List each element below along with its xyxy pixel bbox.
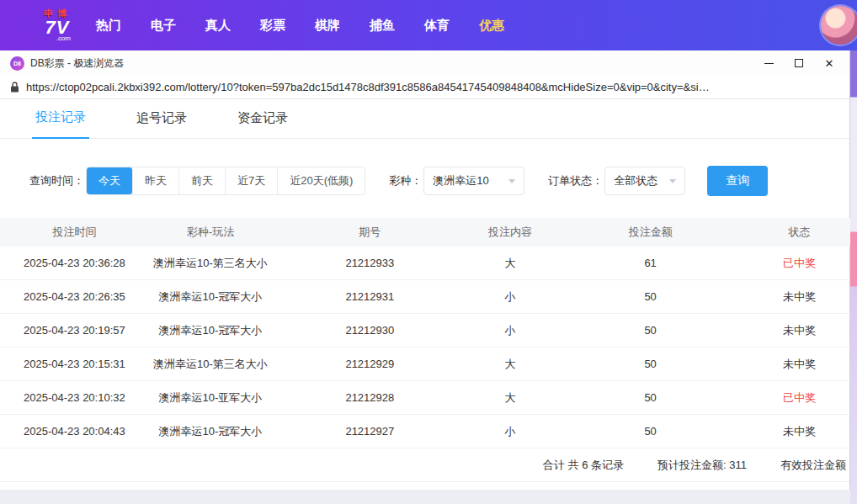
status-cell: 未中奖	[748, 289, 850, 305]
status-cell: 已中奖	[748, 390, 850, 406]
lottery-select[interactable]: 澳洲幸运10	[423, 167, 524, 195]
header-issue: 期号	[272, 225, 467, 240]
summary-bar: 合计 共 6 条记录 预计投注金额: 311 有效投注金额	[0, 448, 849, 482]
play-type-cell: 澳洲幸运10-第三名大小	[149, 256, 272, 271]
nav-item-live[interactable]: 真人	[204, 13, 232, 39]
tab-bet-records[interactable]: 投注记录	[32, 109, 89, 139]
nav-item-promo[interactable]: 优惠	[477, 13, 506, 39]
table-row: 2025-04-23 20:19:57 澳洲幸运10-冠军大小 21212930…	[0, 314, 850, 347]
issue-cell: 21212931	[272, 290, 467, 303]
bottom-strip	[0, 490, 850, 504]
status-cell: 已中奖	[748, 256, 850, 271]
time-filter-group: 今天 昨天 前天 近7天 近20天(低频)	[86, 167, 365, 195]
content-cell: 小	[467, 424, 552, 439]
nav-item-cards[interactable]: 棋牌	[313, 13, 342, 39]
bet-time-cell: 2025-04-23 20:26:35	[0, 290, 149, 303]
issue-cell: 21212933	[272, 257, 467, 269]
background-page-sliver	[850, 50, 857, 504]
header-bet-time: 投注时间	[0, 225, 149, 240]
minimize-icon	[764, 63, 774, 64]
table-row: 2025-04-23 20:36:28 澳洲幸运10-第三名大小 2121293…	[0, 247, 850, 280]
summary-expected-amount: 预计投注金额: 311	[657, 458, 747, 473]
table-header-row: 投注时间 彩种-玩法 期号 投注内容 投注金额 状态	[0, 218, 850, 247]
amount-cell: 50	[552, 324, 748, 337]
table-row: 2025-04-23 20:04:43 澳洲幸运10-冠军大小 21212927…	[0, 415, 850, 448]
play-type-cell: 澳洲幸运10-冠军大小	[149, 289, 272, 305]
order-status-select[interactable]: 全部状态	[604, 167, 685, 195]
nav-menu: 热门 电子 真人 彩票 棋牌 捕鱼 体育 优惠	[94, 13, 506, 39]
nav-item-sports[interactable]: 体育	[423, 13, 451, 39]
nav-item-slots[interactable]: 电子	[149, 13, 178, 39]
logo-text-suffix: .com	[56, 35, 71, 42]
status-cell: 未中奖	[748, 424, 850, 439]
amount-cell: 61	[552, 257, 748, 269]
nav-item-lottery[interactable]: 彩票	[258, 13, 287, 39]
bet-time-cell: 2025-04-23 20:15:31	[0, 358, 149, 370]
time-option-yesterday[interactable]: 昨天	[132, 167, 178, 194]
header-status: 状态	[748, 225, 850, 240]
lottery-select-label: 彩种：	[389, 173, 422, 188]
header-play-type: 彩种-玩法	[149, 225, 272, 240]
content-cell: 大	[467, 357, 552, 372]
close-icon: ✕	[825, 58, 834, 69]
window-controls: ✕	[753, 50, 844, 76]
site-navbar: 申博 7V .com 热门 电子 真人 彩票 棋牌 捕鱼 体育 优惠	[0, 0, 857, 50]
content-cell: 小	[467, 323, 552, 338]
maximize-button[interactable]	[784, 50, 814, 76]
table-row: 2025-04-23 20:10:32 澳洲幸运10-亚军大小 21212928…	[0, 381, 850, 415]
table-row: 2025-04-23 20:26:35 澳洲幸运10-冠军大小 21212931…	[0, 280, 850, 314]
status-cell: 未中奖	[748, 323, 850, 338]
content-cell: 小	[467, 289, 552, 305]
amount-cell: 50	[552, 290, 748, 303]
minimize-button[interactable]	[753, 50, 784, 76]
browser-app-icon: D8	[10, 56, 24, 71]
tab-fund-records[interactable]: 资金记录	[234, 110, 291, 138]
content-cell: 大	[467, 256, 552, 271]
status-cell: 未中奖	[748, 357, 850, 372]
play-type-cell: 澳洲幸运10-冠军大小	[149, 424, 272, 439]
maximize-icon	[795, 59, 803, 67]
close-button[interactable]: ✕	[814, 50, 844, 76]
bet-time-cell: 2025-04-23 20:10:32	[0, 391, 149, 404]
bet-time-cell: 2025-04-23 20:36:28	[0, 257, 149, 269]
bet-time-cell: 2025-04-23 20:19:57	[0, 324, 149, 337]
table-row: 2025-04-23 20:15:31 澳洲幸运10-第三名大小 2121292…	[0, 347, 850, 381]
time-option-7days[interactable]: 近7天	[225, 167, 277, 194]
filter-bar: 查询时间： 今天 昨天 前天 近7天 近20天(低频) 彩种： 澳洲幸运10 订…	[29, 166, 849, 196]
content-cell: 大	[467, 390, 552, 406]
browser-window: D8 DB彩票 - 极速浏览器 ✕ https://ctop02pcali.2k…	[0, 50, 850, 504]
play-type-cell: 澳洲幸运10-亚军大小	[149, 390, 272, 406]
user-avatar[interactable]	[821, 6, 857, 45]
issue-cell: 21212927	[272, 425, 467, 438]
lottery-select-value: 澳洲幸运10	[433, 173, 488, 188]
window-title: DB彩票 - 极速浏览器	[30, 56, 124, 71]
amount-cell: 50	[552, 391, 748, 404]
nav-item-fishing[interactable]: 捕鱼	[368, 13, 397, 39]
browser-titlebar: D8 DB彩票 - 极速浏览器 ✕	[0, 50, 849, 76]
time-option-daybefore[interactable]: 前天	[178, 167, 225, 194]
screen: 申博 7V .com 热门 电子 真人 彩票 棋牌 捕鱼 体育 优惠 D8 DB…	[0, 0, 857, 504]
chevron-down-icon	[508, 179, 515, 183]
record-tabs: 投注记录 追号记录 资金记录	[0, 99, 849, 139]
time-option-20days[interactable]: 近20天(低频)	[277, 167, 365, 194]
nav-item-hot[interactable]: 热门	[94, 13, 123, 39]
bet-records-table: 投注时间 彩种-玩法 期号 投注内容 投注金额 状态 2025-04-23 20…	[0, 218, 850, 448]
lock-icon	[10, 82, 19, 93]
url-text[interactable]: https://ctop02pcali.2kbxi392.com/lottery…	[26, 81, 710, 93]
summary-valid-amount: 有效投注金额	[780, 458, 846, 473]
time-filter-label: 查询时间：	[29, 173, 84, 188]
play-type-cell: 澳洲幸运10-冠军大小	[149, 323, 272, 338]
play-type-cell: 澳洲幸运10-第三名大小	[149, 357, 272, 372]
order-status-label: 订单状态：	[548, 173, 603, 188]
bet-time-cell: 2025-04-23 20:04:43	[0, 425, 149, 438]
search-button[interactable]: 查询	[707, 166, 768, 196]
tab-chase-records[interactable]: 追号记录	[133, 110, 190, 138]
address-bar[interactable]: https://ctop02pcali.2kbxi392.com/lottery…	[0, 76, 849, 99]
site-logo[interactable]: 申博 7V .com	[44, 9, 71, 42]
header-content: 投注内容	[467, 225, 552, 240]
issue-cell: 21212930	[272, 324, 467, 337]
amount-cell: 50	[552, 425, 748, 438]
time-option-today[interactable]: 今天	[87, 167, 132, 194]
chevron-down-icon	[669, 179, 676, 183]
amount-cell: 50	[552, 358, 748, 370]
